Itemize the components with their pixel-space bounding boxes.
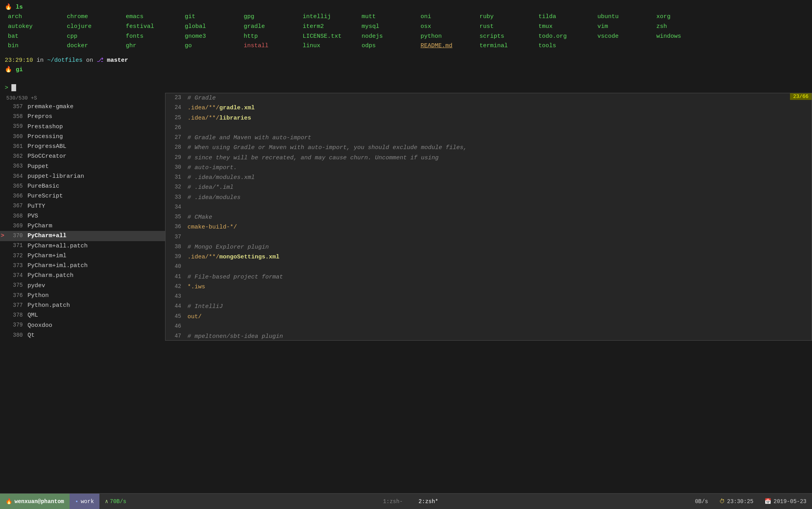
code-line-44: 44 # IntelliJ (165, 302, 812, 312)
file-zsh: zsh (655, 22, 714, 32)
user-host-segment: 🔥 wenxuan@phantom (0, 494, 70, 509)
list-item[interactable]: 375 pydev (0, 281, 165, 291)
list-item[interactable]: 358 Prepros (0, 112, 165, 122)
command-input-line[interactable]: > (0, 83, 812, 93)
file-global: global (183, 22, 242, 32)
code-line-46: 46 (165, 322, 812, 332)
file-cpp: cpp (65, 32, 124, 42)
file-empty6 (714, 41, 773, 51)
file-gradle: gradle (242, 22, 301, 32)
list-item[interactable]: 365 PureBasic (0, 181, 165, 191)
file-linux: linux (301, 41, 360, 51)
code-line-39: 39 .idea/**/mongoSettings.xml (165, 252, 812, 262)
date-segment: 📅 2019-05-23 (759, 494, 812, 509)
prompt-path: ~/dotfiles (47, 57, 83, 64)
file-http: http (242, 32, 301, 42)
file-autokey: autokey (6, 22, 65, 32)
scroll-position: 23/66 (793, 94, 808, 100)
list-item[interactable]: 372 PyCharm+iml (0, 251, 165, 261)
file-empty1 (714, 12, 773, 22)
code-line-33: 33 # .idea/modules (165, 193, 812, 203)
list-item[interactable]: 362 PSoCCreator (0, 151, 165, 161)
download-speed: 0B/s (695, 498, 708, 505)
file-empty5 (655, 41, 714, 51)
tab-1-zsh[interactable]: 1:zsh- (383, 498, 402, 505)
file-tmux: tmux (537, 22, 596, 32)
work-label: work (81, 498, 94, 505)
tab-list: 1:zsh- 2:zsh* (132, 498, 690, 505)
file-xorg: xorg (655, 12, 714, 22)
file-fonts: fonts (124, 32, 183, 42)
file-chrome: chrome (65, 12, 124, 22)
code-line-29: 29 # since they will be recreated, and m… (165, 153, 812, 163)
chevron-up-icon: ∧ (105, 498, 108, 505)
file-vscode: vscode (596, 32, 655, 42)
prompt-line: 23:29:10 in ~/dotfiles on ⎇ master (5, 55, 807, 66)
time-segment: ⏱ 23:30:25 (714, 494, 759, 509)
file-nodejs: nodejs (360, 32, 419, 42)
list-item[interactable]: 368 PVS (0, 211, 165, 221)
code-line-23: 23 # Gradle (165, 93, 812, 103)
list-item[interactable]: 364 puppet-librarian (0, 172, 165, 181)
file-mysql: mysql (360, 22, 419, 32)
cursor (11, 84, 16, 91)
list-item[interactable]: 374 PyCharm.patch (0, 271, 165, 280)
code-line-30: 30 # auto-import. (165, 163, 812, 173)
work-segment: ▪ work (70, 494, 99, 509)
file-tilda: tilda (537, 12, 596, 22)
prompt-cmd-text: gi (16, 66, 23, 73)
list-item[interactable]: 380 Qt (0, 330, 165, 340)
file-vim: vim (596, 22, 655, 32)
file-bin: bin (6, 41, 65, 51)
code-line-40: 40 (165, 262, 812, 272)
file-empty3 (714, 32, 773, 42)
file-rust: rust (478, 22, 537, 32)
list-item[interactable]: 366 PureScript (0, 191, 165, 201)
list-item[interactable]: 377 Python.patch (0, 301, 165, 310)
code-line-42: 42 *.iws (165, 282, 812, 292)
user-host-text: wenxuan@phantom (15, 498, 64, 505)
calendar-icon: 📅 (764, 498, 771, 505)
flame-icon: 🔥 (5, 66, 16, 73)
file-empty4 (596, 41, 655, 51)
list-item-selected[interactable]: 370 PyCharm+all (0, 231, 165, 241)
list-item[interactable]: 357 premake-gmake (0, 102, 165, 112)
branch-name: master (107, 57, 128, 64)
file-git: git (183, 12, 242, 22)
list-item[interactable]: 381 QtCreator (0, 340, 165, 341)
code-line-25: 25 .idea/**/libraries (165, 113, 812, 123)
list-item[interactable]: 363 Puppet (0, 162, 165, 172)
code-line-35: 35 # CMake (165, 212, 812, 222)
download-segment: 0B/s (689, 494, 714, 509)
code-line-32: 32 # .idea/*.iml (165, 183, 812, 192)
file-empty2 (714, 22, 773, 32)
file-scripts: scripts (478, 32, 537, 42)
list-item[interactable]: 367 PuTTY (0, 201, 165, 211)
code-line-31: 31 # .idea/modules.xml (165, 173, 812, 183)
file-oni: oni (419, 12, 478, 22)
list-item[interactable]: 373 PyCharm+iml.patch (0, 261, 165, 271)
list-item[interactable]: 359 Prestashop (0, 122, 165, 132)
tab-2-zsh[interactable]: 2:zsh* (419, 498, 438, 505)
file-tools: tools (537, 41, 596, 51)
code-line-47: 47 # mpeltonen/sbt-idea plugin (165, 332, 812, 341)
list-item[interactable]: 369 PyCharm (0, 221, 165, 231)
list-item[interactable]: 379 Qooxdoo (0, 321, 165, 330)
file-todoorg: todo.org (537, 32, 596, 42)
code-line-28: 28 # When using Gradle or Maven with aut… (165, 143, 812, 153)
list-item[interactable]: 361 ProgressABL (0, 142, 165, 151)
file-intellij: intellij (301, 12, 360, 22)
list-item[interactable]: 378 QML (0, 310, 165, 320)
main-split-area: 530/530 +S 357 premake-gmake 358 Prepros… (0, 93, 812, 341)
code-line-34: 34 (165, 203, 812, 212)
list-item[interactable]: 360 Processing (0, 132, 165, 142)
file-clojure: clojure (65, 22, 124, 32)
list-item[interactable]: 371 PyCharm+all.patch (0, 241, 165, 251)
file-iterm2: iterm2 (301, 22, 360, 32)
code-line-37: 37 (165, 232, 812, 242)
list-item[interactable]: 376 Python (0, 291, 165, 301)
file-ghr: ghr (124, 41, 183, 51)
file-count: 530/530 +S (6, 95, 37, 101)
clock-icon: ⏱ (719, 498, 725, 505)
input-prompt-symbol: > (5, 85, 8, 91)
